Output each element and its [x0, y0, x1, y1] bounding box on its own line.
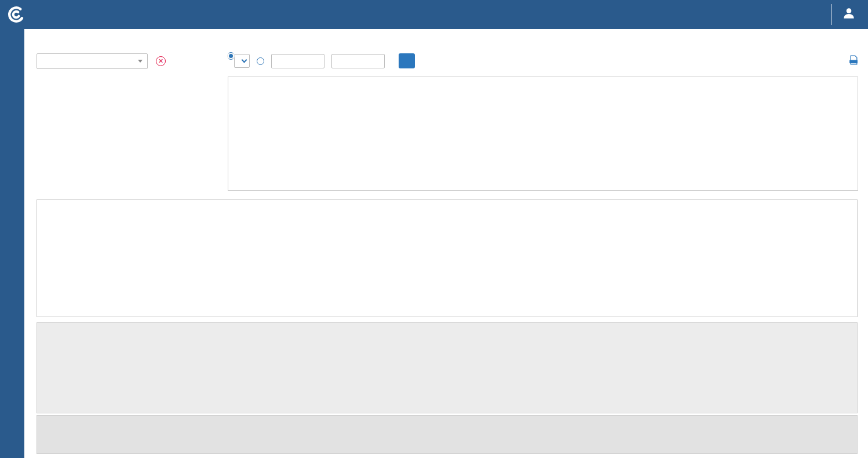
from-date-input[interactable]	[271, 54, 324, 68]
centreon-logo[interactable]	[0, 5, 32, 24]
sidebar	[0, 29, 24, 458]
clear-filter-icon[interactable]: ✕	[156, 56, 166, 66]
period-select[interactable]	[234, 54, 250, 68]
availability-day-timeline[interactable]	[37, 322, 858, 413]
filter-bar: ✕	[37, 52, 859, 70]
chevron-down-icon	[242, 57, 247, 63]
to-date-input[interactable]	[331, 54, 385, 68]
reporting-period-radio[interactable]	[227, 52, 235, 60]
service-breakdown-panel	[37, 199, 858, 317]
nav-divider	[831, 4, 832, 25]
top-navigation	[0, 0, 868, 29]
apply-period-button[interactable]	[399, 53, 415, 68]
availability-pie-section	[36, 80, 227, 161]
main-content: ✕	[24, 29, 868, 458]
availability-pie-chart[interactable]	[95, 80, 168, 153]
custom-period-radio[interactable]	[257, 57, 264, 65]
csv-export-icon[interactable]	[849, 55, 859, 67]
availability-overview-timeline[interactable]	[37, 415, 858, 454]
breakdown-title	[37, 200, 857, 210]
period-controls	[227, 53, 415, 68]
host-select[interactable]	[37, 53, 148, 69]
host-state-title	[228, 77, 858, 86]
host-state-panel	[228, 77, 858, 191]
centreon-logo-icon	[6, 5, 26, 24]
chevron-down-icon	[138, 60, 143, 63]
user-icon[interactable]	[841, 6, 856, 23]
